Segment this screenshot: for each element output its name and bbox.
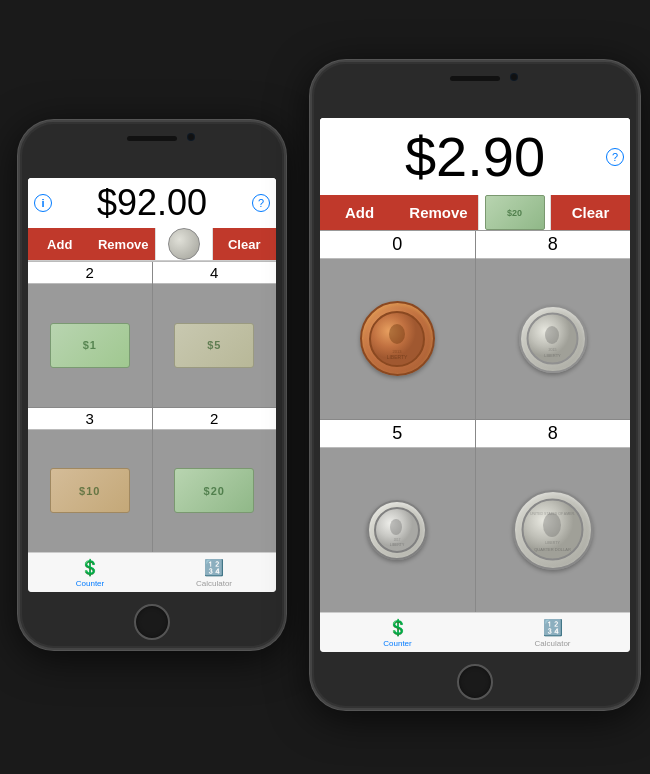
cell-nickel[interactable]: 8	[476, 231, 631, 419]
tab-counter-small[interactable]: 💲 Counter	[28, 553, 152, 592]
tab-counter-label-large: Counter	[383, 639, 411, 648]
add-button-small[interactable]: Add	[28, 228, 92, 260]
count-twenty: 2	[153, 408, 277, 430]
bill-selector-large[interactable]: $20	[478, 195, 551, 230]
cell-quarter[interactable]: 8	[476, 420, 631, 613]
help-button-small[interactable]: ?	[252, 194, 270, 212]
svg-text:UNITED STATES OF AMER.: UNITED STATES OF AMER.	[530, 512, 575, 516]
action-bar-large: Add Remove $20 Clear	[320, 195, 630, 231]
info-button-small[interactable]: i	[34, 194, 52, 212]
cell-penny[interactable]: 0	[320, 231, 475, 419]
quarter-icon-small	[168, 228, 200, 260]
counter-icon-large: 💲	[388, 618, 408, 638]
dime-svg: LIBERTY 2017	[373, 506, 421, 554]
screen-large: Carrier 10:44 AM ? $2.90	[320, 118, 630, 652]
scene: Carrier 10:46 AM i $92.00 ?	[0, 0, 650, 774]
image-penny: LIBERTY 2013	[320, 259, 475, 419]
count-penny: 0	[320, 231, 475, 259]
quarter-svg: QUARTER DOLLAR UNITED STATES OF AMER. LI…	[520, 497, 585, 562]
tab-calculator-label-large: Calculator	[534, 639, 570, 648]
twenty-bill-icon: $20	[485, 195, 545, 230]
counter-icon-small: 💲	[80, 558, 100, 578]
amount-row-small: i $92.00 ?	[28, 178, 276, 228]
cell-ten-dollar[interactable]: 3 $10	[28, 408, 152, 553]
image-one: $1	[28, 284, 152, 407]
grid-large: 0	[320, 231, 630, 612]
svg-text:2015: 2015	[549, 348, 557, 352]
coin-selector-small[interactable]	[155, 228, 213, 260]
tab-bar-large: 💲 Counter 🔢 Calculator	[320, 612, 630, 652]
calculator-icon-large: 🔢	[543, 618, 563, 638]
count-nickel: 8	[476, 231, 631, 259]
cell-five-dollar[interactable]: 4 $5	[153, 262, 277, 407]
remove-button-large[interactable]: Remove	[399, 195, 478, 230]
help-button-large[interactable]: ?	[606, 148, 624, 166]
remove-button-small[interactable]: Remove	[92, 228, 156, 260]
svg-text:LIBERTY: LIBERTY	[387, 354, 408, 360]
tab-counter-label-small: Counter	[76, 579, 104, 588]
svg-text:LIBERTY: LIBERTY	[544, 353, 561, 358]
cell-dime[interactable]: 5	[320, 420, 475, 613]
clear-button-small[interactable]: Clear	[213, 228, 277, 260]
screen-small: Carrier 10:46 AM i $92.00 ?	[28, 178, 276, 592]
phone-small: Carrier 10:46 AM i $92.00 ?	[18, 120, 286, 650]
image-twenty: $20	[153, 430, 277, 553]
svg-point-15	[543, 513, 561, 537]
tab-calculator-small[interactable]: 🔢 Calculator	[152, 553, 276, 592]
count-five: 4	[153, 262, 277, 284]
count-one: 2	[28, 262, 152, 284]
amount-display-large: $2.90	[405, 124, 545, 189]
svg-text:2017: 2017	[394, 538, 401, 542]
grid-small: 2 $1 4 $5 3	[28, 261, 276, 552]
nickel-svg: LIBERTY 2015	[525, 311, 580, 366]
image-quarter: QUARTER DOLLAR UNITED STATES OF AMER. LI…	[476, 448, 631, 613]
amount-row-large: ? $2.90	[320, 118, 630, 195]
svg-text:2013: 2013	[393, 349, 403, 354]
count-ten: 3	[28, 408, 152, 430]
cell-one-dollar[interactable]: 2 $1	[28, 262, 152, 407]
cell-twenty-dollar[interactable]: 2 $20	[153, 408, 277, 553]
tab-calculator-label-small: Calculator	[196, 579, 232, 588]
svg-point-11	[390, 519, 402, 535]
image-dime: LIBERTY 2017	[320, 448, 475, 613]
svg-point-7	[545, 326, 559, 344]
count-quarter: 8	[476, 420, 631, 448]
app-large: ? $2.90 Add Remove $20 Clear	[320, 118, 630, 612]
home-button-small[interactable]	[134, 604, 170, 640]
svg-text:QUARTER DOLLAR: QUARTER DOLLAR	[534, 547, 571, 552]
svg-text:LIBERTY: LIBERTY	[545, 541, 560, 545]
image-nickel: LIBERTY 2015	[476, 259, 631, 419]
app-small: i $92.00 ? Add Remove Clear	[28, 178, 276, 552]
svg-text:LIBERTY: LIBERTY	[390, 543, 405, 547]
penny-svg: LIBERTY 2013	[367, 309, 427, 369]
action-bar-small: Add Remove Clear	[28, 228, 276, 261]
image-ten: $10	[28, 430, 152, 553]
clear-button-large[interactable]: Clear	[551, 195, 630, 230]
amount-display-small: $92.00	[97, 182, 207, 224]
phone-large: Carrier 10:44 AM ? $2.90	[310, 60, 640, 710]
svg-point-3	[389, 324, 405, 344]
home-button-large[interactable]	[457, 664, 493, 700]
add-button-large[interactable]: Add	[320, 195, 399, 230]
image-five: $5	[153, 284, 277, 407]
tab-bar-small: 💲 Counter 🔢 Calculator	[28, 552, 276, 592]
tab-counter-large[interactable]: 💲 Counter	[320, 613, 475, 652]
count-dime: 5	[320, 420, 475, 448]
tab-calculator-large[interactable]: 🔢 Calculator	[475, 613, 630, 652]
calculator-icon-small: 🔢	[204, 558, 224, 578]
